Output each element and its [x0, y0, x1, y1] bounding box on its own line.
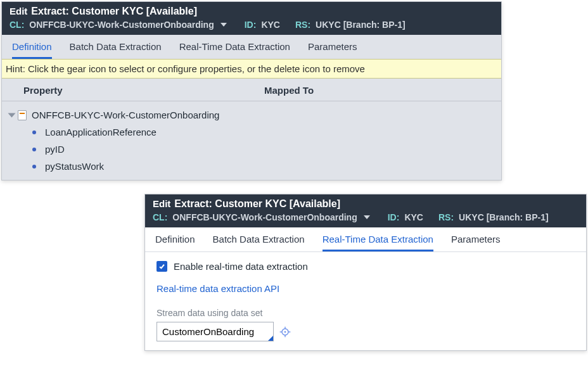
- dataset-label: Stream data using data set: [157, 308, 575, 318]
- tree-root-label: ONFFCB-UKYC-Work-CustomerOnboarding: [32, 110, 219, 120]
- bullet-icon: [32, 148, 36, 151]
- header-edit: Edit: [10, 6, 27, 16]
- tree-item[interactable]: pyID: [2, 141, 501, 158]
- enable-realtime-row[interactable]: Enable real-time data extraction: [157, 261, 575, 272]
- col-property: Property: [23, 85, 264, 96]
- crosshair-icon[interactable]: [279, 326, 291, 338]
- resize-handle-icon[interactable]: [268, 336, 273, 341]
- cl-label: CL:: [10, 20, 24, 30]
- tree-root[interactable]: ONFFCB-UKYC-Work-CustomerOnboarding: [2, 106, 501, 124]
- enable-realtime-checkbox[interactable]: [157, 261, 167, 272]
- cl-label: CL:: [153, 212, 167, 222]
- tab-batch[interactable]: Batch Data Extraction: [70, 41, 162, 59]
- tree-item-label: pyID: [45, 144, 65, 155]
- tab-realtime[interactable]: Real-Time Data Extraction: [323, 234, 433, 251]
- rs-label: RS:: [438, 212, 454, 222]
- tab-parameters[interactable]: Parameters: [451, 234, 501, 251]
- hint-bar: Hint: Click the gear icon to select or c…: [2, 59, 501, 79]
- tab-definition[interactable]: Definition: [155, 234, 195, 251]
- chevron-down-icon[interactable]: [364, 215, 370, 219]
- enable-realtime-label: Enable real-time data extraction: [174, 261, 308, 272]
- bullet-icon: [32, 165, 36, 168]
- tree-item[interactable]: LoanApplicationReference: [2, 124, 501, 141]
- rs-label: RS:: [295, 20, 310, 30]
- header-title: Extract: Customer KYC [Available]: [31, 6, 197, 17]
- realtime-api-link[interactable]: Real-time data extraction API: [157, 283, 279, 294]
- id-value: KYC: [404, 212, 423, 222]
- svg-point-1: [284, 331, 286, 333]
- bullet-icon: [32, 130, 36, 134]
- grid-header: Property Mapped To: [2, 79, 501, 101]
- realtime-body: Enable real-time data extraction Real-ti…: [145, 252, 586, 350]
- dataset-input[interactable]: [157, 322, 274, 341]
- panel-header: Edit Extract: Customer KYC [Available] C…: [145, 194, 586, 227]
- header-edit: Edit: [153, 198, 170, 209]
- tab-definition[interactable]: Definition: [12, 41, 52, 59]
- rs-value: UKYC [Branch: BP-1]: [459, 212, 549, 222]
- tree-item[interactable]: pyStatusWork: [2, 158, 501, 175]
- chevron-down-icon[interactable]: [220, 23, 227, 27]
- id-value: KYC: [261, 20, 280, 30]
- tab-bar: Definition Batch Data Extraction Real-Ti…: [145, 227, 586, 252]
- extract-panel-realtime: Edit Extract: Customer KYC [Available] C…: [144, 194, 587, 351]
- header-title: Extract: Customer KYC [Available]: [174, 198, 340, 210]
- tab-parameters[interactable]: Parameters: [308, 41, 357, 59]
- id-label: ID:: [245, 20, 257, 30]
- class-icon: [18, 110, 27, 120]
- id-label: ID:: [388, 212, 400, 222]
- rs-value: UKYC [Branch: BP-1]: [316, 20, 406, 30]
- tab-batch[interactable]: Batch Data Extraction: [213, 234, 305, 251]
- expand-icon[interactable]: [8, 113, 16, 117]
- col-mapped: Mapped To: [264, 85, 491, 96]
- tree-item-label: pyStatusWork: [45, 161, 104, 172]
- panel-header: Edit Extract: Customer KYC [Available] C…: [2, 2, 501, 35]
- cl-value: ONFFCB-UKYC-Work-CustomerOnboarding: [29, 20, 214, 30]
- cl-value: ONFFCB-UKYC-Work-CustomerOnboarding: [172, 212, 357, 222]
- property-tree: ONFFCB-UKYC-Work-CustomerOnboarding Loan…: [2, 101, 501, 180]
- tab-realtime[interactable]: Real-Time Data Extraction: [179, 41, 290, 59]
- tree-item-label: LoanApplicationReference: [45, 127, 157, 137]
- extract-panel-definition: Edit Extract: Customer KYC [Available] C…: [1, 1, 502, 181]
- tab-bar: Definition Batch Data Extraction Real-Ti…: [2, 35, 501, 59]
